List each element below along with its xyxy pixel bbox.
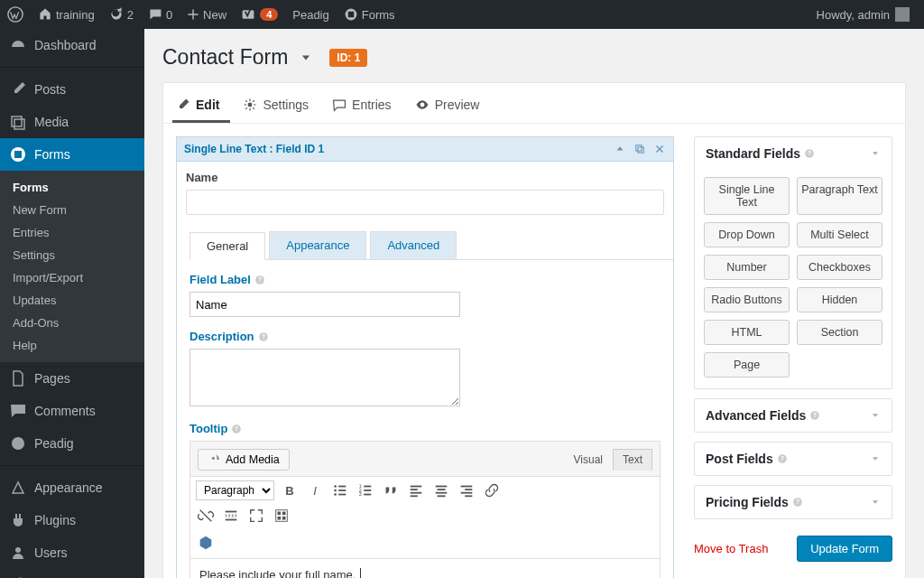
- description-textarea[interactable]: [189, 349, 460, 406]
- form-switcher[interactable]: [299, 51, 313, 65]
- svg-point-25: [212, 457, 215, 460]
- panel-pricing-head[interactable]: Pricing Fields?: [695, 486, 892, 518]
- svg-text:?: ?: [258, 276, 262, 283]
- sidebar-item-comments[interactable]: Comments: [0, 395, 144, 427]
- avatar: [895, 7, 910, 22]
- align-right-button[interactable]: [457, 480, 476, 500]
- inner-tab-general[interactable]: General: [189, 232, 265, 260]
- svg-rect-31: [338, 494, 346, 496]
- sidebar-sub-entries[interactable]: Entries: [0, 221, 144, 244]
- paragraph-select[interactable]: Paragraph: [196, 480, 274, 500]
- field-btn-hidden[interactable]: Hidden: [797, 287, 882, 312]
- sidebar-sub-forms[interactable]: Forms: [0, 176, 144, 199]
- updates-link[interactable]: 2: [102, 0, 141, 29]
- move-to-trash-link[interactable]: Move to Trash: [694, 542, 768, 555]
- chevron-down-icon: [870, 410, 881, 421]
- wp-logo[interactable]: [0, 0, 31, 29]
- site-link[interactable]: training: [31, 0, 102, 29]
- editor-wrap: Edit Settings Entries Preview Single Lin…: [162, 82, 906, 578]
- description-label: Description?: [189, 330, 661, 343]
- block-icon[interactable]: [196, 533, 216, 553]
- bold-button[interactable]: B: [280, 480, 300, 500]
- field-btn-section[interactable]: Section: [797, 320, 882, 345]
- tab-text[interactable]: Text: [613, 449, 652, 471]
- howdy-text: Howdy, admin: [817, 8, 890, 22]
- peadig-link[interactable]: Peadig: [285, 0, 336, 29]
- field-btn-page[interactable]: Page: [704, 352, 790, 378]
- tab-preview[interactable]: Preview: [411, 89, 491, 123]
- update-form-button[interactable]: Update Form: [797, 536, 892, 562]
- field-btn-radio[interactable]: Radio Buttons: [704, 287, 790, 312]
- sidebar-item-tools[interactable]: Tools: [0, 569, 144, 578]
- sidebar-item-dashboard[interactable]: Dashboard: [0, 29, 144, 61]
- delete-icon[interactable]: [653, 143, 666, 155]
- sidebar-sub-newform[interactable]: New Form: [0, 199, 144, 221]
- panel-post-fields: Post Fields?: [694, 442, 892, 476]
- italic-button[interactable]: I: [305, 480, 325, 500]
- field-card-header[interactable]: Single Line Text : Field ID 1: [177, 137, 673, 162]
- tab-entries[interactable]: Entries: [328, 89, 402, 123]
- panel-advanced-head[interactable]: Advanced Fields?: [695, 399, 892, 432]
- sidebar-item-posts[interactable]: Posts: [0, 73, 144, 106]
- svg-point-30: [334, 493, 337, 496]
- field-btn-single-line[interactable]: Single Line Text: [704, 177, 790, 215]
- sidebar-item-appearance[interactable]: Appearance: [0, 471, 144, 504]
- field-btn-number[interactable]: Number: [704, 255, 790, 280]
- panel-standard-head[interactable]: Standard Fields?: [695, 137, 892, 170]
- tooltip-label: Tooltip?: [189, 422, 661, 435]
- sidebar-item-media[interactable]: Media: [0, 106, 144, 138]
- help-icon[interactable]: ?: [254, 275, 265, 285]
- new-link[interactable]: New: [180, 0, 234, 29]
- collapse-icon[interactable]: [614, 143, 626, 155]
- more-button[interactable]: [221, 506, 241, 526]
- help-icon[interactable]: ?: [231, 424, 242, 434]
- help-icon[interactable]: ?: [258, 331, 269, 342]
- help-icon: ?: [809, 410, 820, 421]
- sidebar-item-pages[interactable]: Pages: [0, 362, 144, 395]
- duplicate-icon[interactable]: [633, 143, 646, 155]
- sidebar-item-plugins[interactable]: Plugins: [0, 504, 144, 536]
- field-btn-html[interactable]: HTML: [704, 320, 790, 345]
- field-label-input[interactable]: [189, 292, 460, 317]
- tab-settings[interactable]: Settings: [239, 89, 319, 123]
- panel-post-head[interactable]: Post Fields?: [695, 443, 892, 475]
- fullscreen-button[interactable]: [246, 506, 266, 526]
- ol-button[interactable]: 123: [356, 480, 375, 500]
- editor-content[interactable]: Please include your full name.: [190, 558, 660, 578]
- align-left-button[interactable]: [406, 480, 426, 500]
- comments-link[interactable]: 0: [141, 0, 180, 29]
- field-btn-checkboxes[interactable]: Checkboxes: [797, 255, 882, 280]
- sidebar-item-peadig[interactable]: Peadig: [0, 427, 144, 460]
- field-btn-paragraph[interactable]: Paragraph Text: [797, 177, 882, 215]
- tab-edit[interactable]: Edit: [172, 89, 230, 123]
- tab-visual[interactable]: Visual: [564, 449, 613, 471]
- chevron-down-icon: [870, 148, 881, 159]
- unlink-button[interactable]: [196, 506, 216, 526]
- sidebar-item-forms[interactable]: Forms: [0, 138, 144, 171]
- forms-bar-link[interactable]: Forms: [337, 0, 402, 29]
- field-btn-multiselect[interactable]: Multi Select: [797, 222, 882, 247]
- chevron-down-icon: [870, 453, 881, 464]
- field-btn-dropdown[interactable]: Drop Down: [704, 222, 790, 247]
- svg-rect-37: [364, 494, 371, 496]
- ul-button[interactable]: [330, 480, 350, 500]
- link-button[interactable]: [482, 480, 502, 500]
- svg-rect-48: [461, 492, 473, 494]
- inner-tab-appearance[interactable]: Appearance: [269, 231, 366, 259]
- add-media-button[interactable]: Add Media: [198, 449, 290, 471]
- sidebar-sub-help[interactable]: Help: [0, 334, 144, 357]
- quote-button[interactable]: [381, 480, 401, 500]
- toggle-toolbar-button[interactable]: [272, 506, 291, 526]
- sidebar-sub-updates[interactable]: Updates: [0, 289, 144, 312]
- inner-tab-advanced[interactable]: Advanced: [370, 231, 457, 259]
- comments-count: 0: [166, 8, 172, 22]
- sidebar-item-users[interactable]: Users: [0, 536, 144, 569]
- yoast-link[interactable]: 4: [234, 0, 285, 29]
- align-center-button[interactable]: [431, 480, 451, 500]
- sidebar-sub-addons[interactable]: Add-Ons: [0, 312, 144, 334]
- svg-point-28: [334, 489, 337, 492]
- field-preview-input[interactable]: [186, 190, 664, 215]
- sidebar-sub-importexport[interactable]: Import/Export: [0, 266, 144, 289]
- howdy-link[interactable]: Howdy, admin: [809, 0, 917, 29]
- sidebar-sub-settings[interactable]: Settings: [0, 244, 144, 266]
